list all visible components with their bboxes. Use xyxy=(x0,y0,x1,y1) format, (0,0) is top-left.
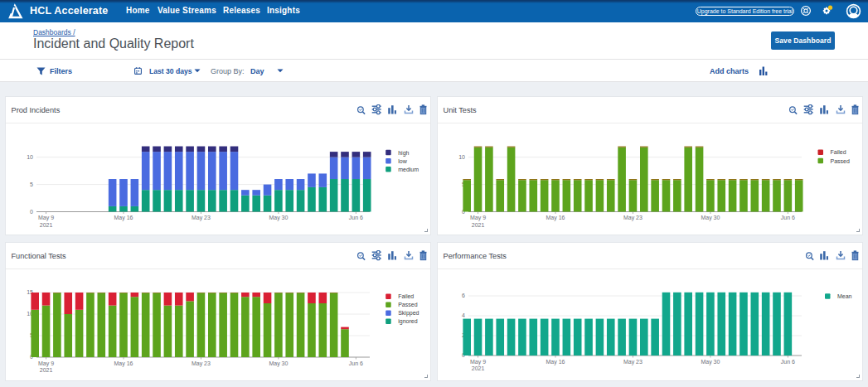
svg-text:May 16: May 16 xyxy=(114,215,133,221)
svg-text:Failed: Failed xyxy=(831,149,846,155)
svg-text:May 30: May 30 xyxy=(269,360,288,367)
svg-text:May 9: May 9 xyxy=(470,215,486,221)
svg-text:10: 10 xyxy=(27,154,33,160)
svg-text:May 16: May 16 xyxy=(114,360,133,367)
svg-text:6: 6 xyxy=(462,293,465,298)
svg-text:low: low xyxy=(398,158,407,164)
svg-text:May 30: May 30 xyxy=(701,215,720,221)
svg-text:2021: 2021 xyxy=(472,365,485,371)
svg-text:0: 0 xyxy=(30,209,33,215)
svg-text:May 23: May 23 xyxy=(623,359,643,365)
svg-text:May 30: May 30 xyxy=(269,215,288,221)
svg-text:2021: 2021 xyxy=(472,222,485,228)
svg-text:Jun 6: Jun 6 xyxy=(349,215,363,220)
svg-text:2021: 2021 xyxy=(40,367,53,373)
svg-text:May 16: May 16 xyxy=(546,359,565,365)
svg-text:2021: 2021 xyxy=(40,222,53,228)
svg-text:Failed: Failed xyxy=(398,293,414,299)
svg-text:ignored: ignored xyxy=(398,318,417,325)
svg-text:Jun 6: Jun 6 xyxy=(781,359,795,365)
svg-text:May 23: May 23 xyxy=(192,360,211,367)
svg-text:May 23: May 23 xyxy=(623,215,643,221)
svg-text:Jun 6: Jun 6 xyxy=(349,360,363,366)
svg-text:Skipped: Skipped xyxy=(398,310,419,317)
svg-text:Passed: Passed xyxy=(398,302,417,307)
svg-text:May 30: May 30 xyxy=(701,359,720,365)
svg-text:medium: medium xyxy=(398,167,419,172)
svg-text:May 9: May 9 xyxy=(38,215,54,221)
svg-text:May 16: May 16 xyxy=(546,215,565,221)
svg-text:Passed: Passed xyxy=(831,158,850,164)
svg-text:Mean: Mean xyxy=(837,293,852,299)
svg-text:May 9: May 9 xyxy=(470,359,486,365)
svg-text:5: 5 xyxy=(30,181,33,187)
svg-text:May 23: May 23 xyxy=(192,215,211,221)
svg-text:high: high xyxy=(398,150,409,157)
svg-text:4: 4 xyxy=(462,312,465,318)
svg-text:May 9: May 9 xyxy=(38,360,54,367)
svg-text:10: 10 xyxy=(458,154,465,160)
svg-text:Jun 6: Jun 6 xyxy=(781,215,795,220)
